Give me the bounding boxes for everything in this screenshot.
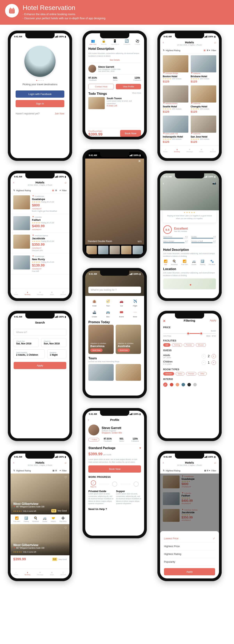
color-swatches[interactable]: ✓ <box>160 382 219 388</box>
category-hotel[interactable]: 🏨Hotel <box>88 298 100 307</box>
sort-option[interactable]: Lowest Price✓ <box>164 535 215 542</box>
search-icon[interactable]: ⌕ <box>214 461 216 464</box>
search-icon[interactable]: ⌕ <box>65 181 67 184</box>
tab-news[interactable]: ▤News <box>50 572 54 576</box>
guests-input[interactable]: Total Guest(s)2 Adults, 1 Children <box>14 350 45 358</box>
tab-home[interactable]: ⌂Home <box>14 572 18 576</box>
book-now-button[interactable]: Book Now <box>88 466 141 472</box>
book-now-button[interactable]: Book Now <box>90 348 102 352</box>
layout-toggle[interactable]: ▦ <box>52 189 54 192</box>
category-tour[interactable]: 🧭Tour <box>102 298 114 307</box>
follow-button[interactable]: + Follow <box>88 438 99 442</box>
sort-button[interactable]: ⇅ Hightest Rating <box>163 49 180 52</box>
room-type-Standart[interactable]: Standart <box>163 372 174 376</box>
minus-button[interactable]: − <box>202 360 206 365</box>
facility-Parking[interactable]: Parking <box>172 343 182 347</box>
facility-Premier[interactable]: Premier <box>184 343 194 347</box>
tab-account[interactable]: ◯Account <box>60 292 66 295</box>
close-icon[interactable]: ✕ <box>138 159 141 163</box>
back-icon[interactable]: ‹ <box>163 461 164 464</box>
tour-thumb[interactable] <box>88 364 114 381</box>
gallery-thumbs[interactable] <box>85 244 144 256</box>
hotel-grid-card[interactable]: 📍 Gisborne Brisbane Hotel ★★★★★ 205 revi… <box>191 55 216 83</box>
search-icon[interactable]: ⌕ <box>65 461 67 464</box>
tab-1[interactable]: 🔒Security <box>101 39 106 45</box>
category-flight[interactable]: ✈️Flight <box>129 298 141 307</box>
book-now-button[interactable]: Book Now <box>120 130 141 137</box>
hotel-grid-card[interactable]: 📍 Neberta Moiers Seattle Hotel ★★★★★ 205… <box>163 86 188 113</box>
show-more-link[interactable]: Show More <box>132 92 141 96</box>
back-icon[interactable]: ‹ <box>163 181 164 186</box>
reviews-link[interactable]: See 801 reviews <box>174 230 188 232</box>
room-type-Delux[interactable]: Delux <box>176 372 184 376</box>
category-bus[interactable]: 🚌Bus <box>102 309 114 318</box>
tab-4[interactable]: ⚽Footbal <box>135 39 140 45</box>
facility-Wifi[interactable]: Wifi <box>163 343 170 347</box>
filter-button[interactable]: ▾ Filter <box>60 189 67 192</box>
sort-button[interactable]: ⇅ Hightest Rating <box>13 469 31 472</box>
category-car[interactable]: 🚗Car <box>115 298 128 307</box>
book-now-button[interactable]: Book Now <box>118 348 130 352</box>
facility-Shower[interactable]: Shower <box>196 343 206 347</box>
filter-button[interactable]: ▾ Filter <box>60 469 67 472</box>
heart-icon[interactable]: ♡ <box>64 526 67 530</box>
view-profile-button[interactable]: View Profile <box>116 84 141 89</box>
see-details-link[interactable]: See Details <box>88 59 141 61</box>
close-icon[interactable]: ✕ <box>163 319 166 323</box>
hotel-list-row[interactable]: 📍 American Samoa Jacobiside ★★★★★ Rating… <box>11 233 69 254</box>
promo-card[interactable]: Attaction & Activities Barcelona Book No… <box>88 325 114 354</box>
plus-button[interactable]: + <box>211 360 216 365</box>
page-dots[interactable] <box>16 80 64 81</box>
contact-host-button[interactable]: Contact Host <box>88 84 114 89</box>
room-type-Premier[interactable]: Premier <box>186 372 197 376</box>
tab-message[interactable]: ✉Message <box>186 149 193 152</box>
category-event[interactable]: 🎟️Event <box>115 309 128 318</box>
tab-booking[interactable]: ▮Booking <box>174 149 180 152</box>
back-icon[interactable]: ‹ <box>13 181 14 184</box>
checkin-input[interactable]: Check InSun, Nov 2018 <box>41 338 66 347</box>
back-icon[interactable]: ‹ <box>163 41 164 44</box>
gallery-main-image[interactable]: Standard Double Room 5/21 <box>85 158 144 244</box>
where-input[interactable]: Where to? <box>14 329 66 336</box>
search-icon[interactable]: ⌕ <box>214 41 216 44</box>
minus-button[interactable]: − <box>202 354 206 358</box>
category-cruise[interactable]: 🚢Cruise <box>88 309 100 318</box>
promo-card[interactable]: Attaction & Activities Australia Book No… <box>116 325 141 354</box>
slider-handle[interactable] <box>187 332 190 335</box>
hotel-list-row[interactable]: 📍 Colombo Feilfort ★★★★★ Rating 85 of 10… <box>11 214 69 233</box>
duration-input[interactable]: Duration1 Night <box>47 350 66 358</box>
category-more[interactable]: ⋯More <box>129 309 141 318</box>
heart-icon[interactable]: ♡ <box>64 476 67 479</box>
tab-account[interactable]: ◯Account <box>210 149 216 152</box>
tab-booking[interactable]: ▮Booking <box>25 572 30 576</box>
tab-message[interactable]: ✉Message <box>37 292 43 295</box>
tab-message[interactable]: ✉Message <box>37 572 43 576</box>
plus-button[interactable]: + <box>211 354 216 358</box>
tab-account[interactable]: ◯Account <box>60 572 66 576</box>
tab-3[interactable]: 🔄TimeZoon <box>124 39 131 45</box>
hotel-grid-card[interactable]: 📍 Gisborne San Jose Hotel ★★★★★ 205 revi… <box>191 116 216 144</box>
room-type-Other[interactable]: Other <box>198 372 207 376</box>
slider-handle[interactable] <box>200 332 203 335</box>
back-icon[interactable]: ‹ <box>13 461 14 464</box>
join-now-link[interactable]: Join Now <box>55 112 64 115</box>
map-preview[interactable]: ● <box>163 278 216 289</box>
apply-button[interactable]: Apply <box>164 568 215 575</box>
sort-option[interactable]: Popularity <box>164 558 215 566</box>
tab-0[interactable]: 👥User Club <box>89 39 96 45</box>
tab-home[interactable]: ⌂Home <box>14 292 18 295</box>
tab-news[interactable]: ▤News <box>50 292 54 295</box>
hotel-grid-card[interactable]: 📍 Gisborne Chengdu Hotel ★★★★★ 205 revie… <box>191 86 216 113</box>
hotel-list-row[interactable]: 📍 Guadeloupe New Rusty ★★★★★ Rating 85 o… <box>11 254 69 274</box>
signin-button[interactable]: Sign In <box>16 100 64 107</box>
hotel-card[interactable]: ♡ West Gilbertview 📍 667 Wiegand Gardens… <box>11 474 69 514</box>
sort-option[interactable]: Hightest Rating <box>164 550 215 558</box>
checkout-input[interactable]: Check OutSat, Nov 2018 <box>14 338 39 347</box>
sort-button[interactable]: ⇅ Hightest Rating <box>13 189 31 192</box>
hotel-grid-card[interactable]: 📍 Dubuque Bridge Boston Hotel ★★★★★ 205 … <box>163 55 188 83</box>
hotel-card[interactable]: ♡ West Gilbertview 📍 667 Wiegand Gardens… <box>11 524 69 555</box>
apply-link[interactable]: Apply <box>210 319 216 322</box>
tab-home[interactable]: ⌂Home <box>163 149 168 152</box>
tour-thumb[interactable] <box>116 364 141 381</box>
chevron-down-icon[interactable]: ▾ <box>140 446 141 450</box>
